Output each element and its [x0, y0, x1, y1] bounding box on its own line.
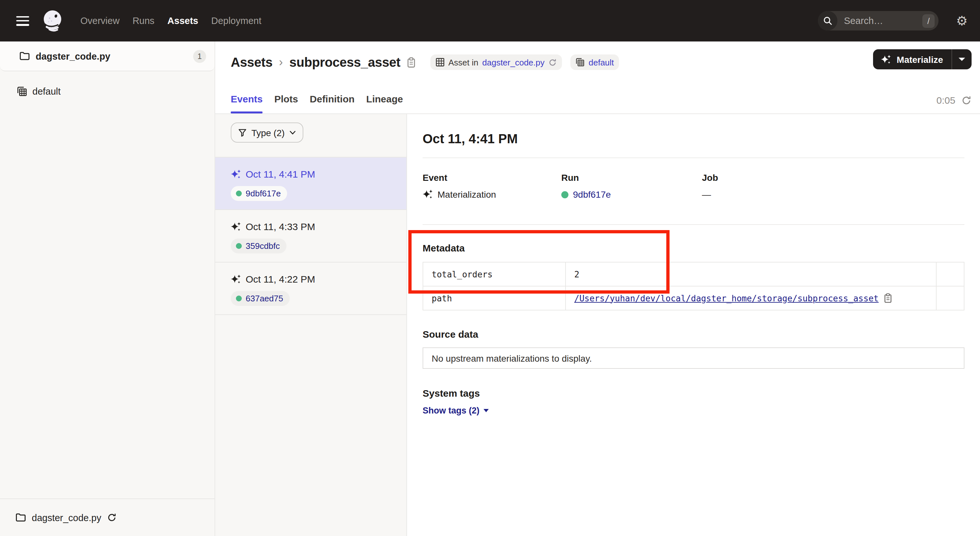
metadata-heading: Metadata	[423, 242, 964, 253]
run-status-dot	[236, 243, 242, 249]
refresh-timer: 0:05	[937, 95, 972, 106]
menu-icon[interactable]	[16, 16, 29, 25]
nav-link-overview[interactable]: Overview	[80, 16, 119, 26]
page-title: subprocess_asset	[290, 55, 401, 70]
materialization-sparkle-icon	[231, 169, 241, 179]
search-bar[interactable]: /	[818, 11, 939, 30]
asset-group-icon	[17, 86, 27, 97]
run-status-dot	[236, 296, 242, 301]
run-column-value: 9dbf617e	[561, 189, 702, 200]
footer-file-label: dagster_code.py	[32, 512, 101, 523]
tab-lineage[interactable]: Lineage	[366, 84, 403, 113]
run-id-link[interactable]: 9dbf617e	[246, 189, 281, 198]
run-id-link[interactable]: 359cdbfc	[246, 241, 280, 251]
job-column: Job —	[702, 172, 718, 200]
tab-plots[interactable]: Plots	[274, 84, 298, 113]
copy-asset-name-icon[interactable]	[406, 57, 416, 68]
nav-link-deployment[interactable]: Deployment	[211, 16, 261, 26]
type-filter-button[interactable]: Type (2)	[231, 122, 303, 143]
materialize-label: Materialize	[897, 54, 943, 65]
event-detail-title: Oct 11, 4:41 PM	[423, 132, 964, 146]
run-id-link[interactable]: 637aed75	[246, 294, 283, 303]
materialization-sparkle-icon	[423, 189, 433, 200]
tab-definition[interactable]: Definition	[310, 84, 355, 113]
reload-icon[interactable]	[548, 58, 557, 67]
metadata-value: /Users/yuhan/dev/local/dagster_home/stor…	[565, 286, 936, 310]
filter-area: Type (2)	[215, 122, 406, 157]
app-root: Overview Runs Assets Deployment / ⚙ dags…	[0, 0, 980, 536]
source-data-empty-text: No upstream materializations to display.	[432, 353, 592, 363]
search-input[interactable]	[837, 16, 922, 26]
metadata-key: total_orders	[423, 262, 565, 286]
event-type-label: Materialization	[438, 189, 496, 200]
event-date-label: Oct 11, 4:22 PM	[246, 274, 315, 285]
group-link[interactable]: default	[589, 57, 614, 67]
metadata-value: 2	[565, 262, 936, 286]
event-date: Oct 11, 4:41 PM	[231, 169, 406, 180]
caret-down-icon	[959, 58, 965, 61]
event-detail-pane: Oct 11, 4:41 PM Event Materialization Ru…	[407, 114, 980, 536]
asset-tabs: Events Plots Definition Lineage	[231, 84, 403, 113]
run-id-pill[interactable]: 637aed75	[231, 291, 290, 306]
asset-group-tag[interactable]: default	[570, 54, 619, 70]
event-date-label: Oct 11, 4:41 PM	[246, 169, 315, 180]
breadcrumb-assets[interactable]: Assets	[231, 55, 272, 70]
metadata-spacer-cell	[936, 262, 964, 286]
events-list-panel: Type (2) Oct 11, 4:41 PM 9dbf617e	[215, 114, 407, 536]
event-list-item[interactable]: Oct 11, 4:41 PM 9dbf617e	[215, 157, 406, 210]
top-nav: Overview Runs Assets Deployment / ⚙	[0, 0, 980, 41]
source-data-heading: Source data	[423, 329, 964, 340]
breadcrumb-separator: ›	[279, 56, 283, 69]
path-link[interactable]: /Users/yuhan/dev/local/dagster_home/stor…	[574, 293, 878, 303]
event-column-label: Event	[423, 172, 561, 183]
materialization-sparkle-icon	[231, 274, 241, 284]
copy-path-icon[interactable]	[883, 293, 892, 303]
reload-icon[interactable]	[107, 513, 117, 522]
sidebar-footer-row[interactable]: dagster_code.py	[0, 498, 215, 536]
folder-icon	[16, 513, 26, 522]
materialize-button[interactable]: Materialize	[873, 49, 951, 69]
folder-icon	[19, 51, 30, 61]
nav-link-runs[interactable]: Runs	[132, 16, 154, 26]
metadata-spacer-cell	[936, 286, 964, 310]
materialize-split-button: Materialize	[873, 49, 972, 69]
job-column-label: Job	[702, 172, 718, 183]
content-split: Type (2) Oct 11, 4:41 PM 9dbf617e	[215, 114, 980, 536]
show-tags-label: Show tags (2)	[423, 406, 480, 415]
run-status-dot	[236, 191, 242, 196]
show-tags-toggle[interactable]: Show tags (2)	[423, 406, 489, 415]
materialization-sparkle-icon	[231, 221, 241, 232]
event-column: Event Materialization	[423, 172, 561, 200]
dagster-logo-icon[interactable]	[40, 8, 65, 33]
sparkle-icon	[881, 54, 891, 65]
run-id-pill[interactable]: 9dbf617e	[231, 186, 287, 201]
code-location-link[interactable]: dagster_code.py	[482, 57, 544, 67]
caret-down-icon	[484, 409, 489, 412]
tab-events[interactable]: Events	[231, 84, 262, 113]
event-summary-columns: Event Materialization Run 9dbf617e	[423, 172, 964, 200]
timer-countdown: 0:05	[937, 95, 955, 106]
divider	[423, 224, 964, 225]
settings-gear-icon[interactable]: ⚙	[956, 14, 968, 27]
run-id-pill[interactable]: 359cdbfc	[231, 239, 286, 253]
left-sidebar: dagster_code.py 1 default dagster_code.p…	[0, 41, 215, 536]
run-column: Run 9dbf617e	[561, 172, 702, 200]
materialize-dropdown-button[interactable]	[952, 49, 972, 69]
group-label: default	[32, 86, 60, 97]
event-list-item[interactable]: Oct 11, 4:33 PM 359cdbfc	[215, 210, 406, 262]
sidebar-item-default-group[interactable]: default	[0, 80, 215, 103]
source-data-empty-box: No upstream materializations to display.	[423, 347, 964, 369]
asset-count-badge: 1	[193, 49, 206, 62]
nav-link-assets[interactable]: Assets	[167, 16, 198, 26]
asset-group-icon	[576, 58, 585, 67]
event-list-item[interactable]: Oct 11, 4:22 PM 637aed75	[215, 262, 406, 315]
metadata-key: path	[423, 286, 565, 310]
main-area: Assets › subprocess_asset Asset in dagst…	[215, 41, 980, 536]
run-id-link[interactable]: 9dbf617e	[573, 189, 611, 200]
funnel-icon	[238, 128, 247, 137]
sidebar-code-location-row[interactable]: dagster_code.py 1	[0, 41, 215, 71]
asset-in-prefix: Asset in	[449, 57, 479, 67]
refresh-icon[interactable]	[961, 95, 972, 105]
job-column-value: —	[702, 189, 718, 200]
asset-location-tag[interactable]: Asset in dagster_code.py	[430, 54, 562, 70]
